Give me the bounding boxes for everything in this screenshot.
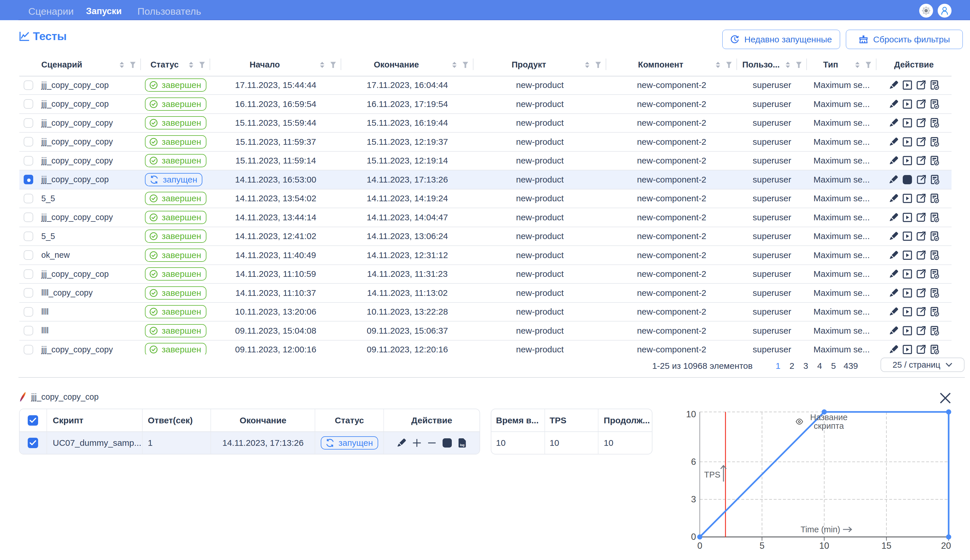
svg-text:10: 10 xyxy=(686,409,696,419)
svg-text:6: 6 xyxy=(691,457,696,467)
svg-text:5: 5 xyxy=(759,541,764,551)
svg-text:3: 3 xyxy=(691,494,696,504)
svg-text:Название: Название xyxy=(810,413,848,422)
svg-text:TPS: TPS xyxy=(704,470,720,479)
svg-text:скрипта: скрипта xyxy=(814,421,844,430)
svg-text:Time (min): Time (min) xyxy=(801,525,840,534)
svg-text:0: 0 xyxy=(691,532,696,542)
svg-text:0: 0 xyxy=(697,541,702,551)
svg-text:10: 10 xyxy=(819,541,829,551)
svg-text:log: log xyxy=(460,443,465,447)
svg-text:20: 20 xyxy=(941,541,951,551)
svg-text:15: 15 xyxy=(881,541,891,551)
